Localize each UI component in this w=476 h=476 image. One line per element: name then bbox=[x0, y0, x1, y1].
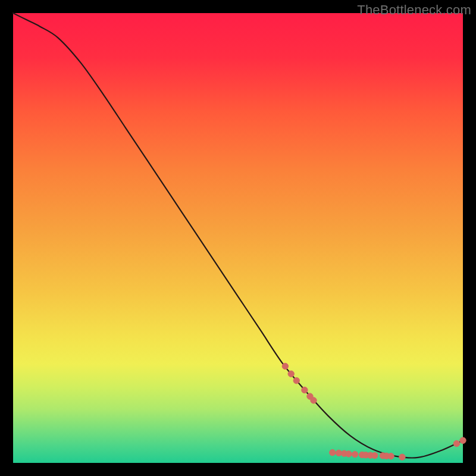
data-marker bbox=[282, 363, 288, 369]
data-marker bbox=[346, 451, 352, 457]
data-marker bbox=[302, 387, 308, 393]
data-marker bbox=[460, 437, 466, 443]
marker-layer bbox=[282, 363, 466, 460]
data-marker bbox=[388, 453, 394, 459]
data-marker bbox=[372, 452, 378, 458]
watermark-text: TheBottleneck.com bbox=[357, 2, 471, 18]
data-marker bbox=[293, 377, 299, 383]
data-marker bbox=[453, 440, 459, 446]
data-marker bbox=[330, 449, 336, 455]
chart-stage: TheBottleneck.com bbox=[0, 0, 476, 476]
bottleneck-curve-line bbox=[13, 13, 463, 458]
chart-svg bbox=[13, 13, 463, 463]
data-marker bbox=[311, 397, 317, 403]
chart-plot-area bbox=[13, 13, 463, 463]
data-marker bbox=[352, 451, 358, 457]
data-marker bbox=[399, 454, 405, 460]
data-marker bbox=[288, 371, 294, 377]
